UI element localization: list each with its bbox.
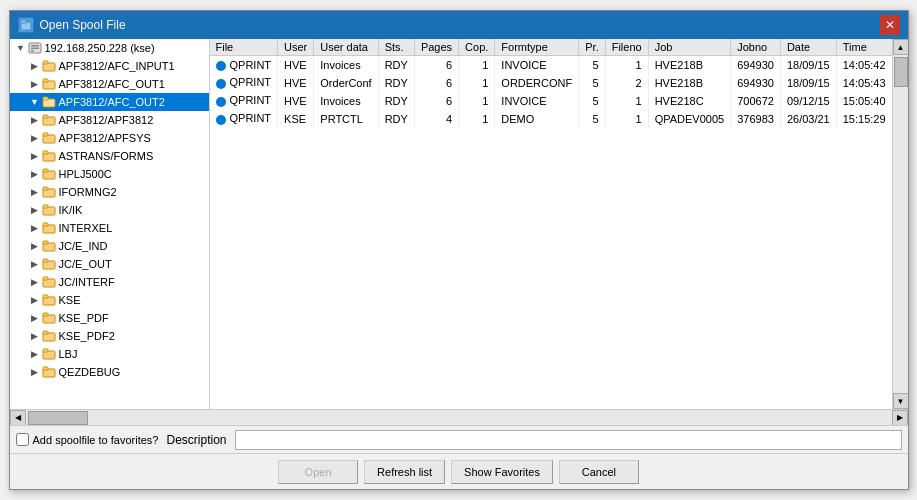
expand-icon: ▶	[28, 149, 42, 163]
tree-item-kse-pdf[interactable]: ▶ KSE_PDF	[10, 309, 209, 327]
favorites-checkbox[interactable]	[16, 433, 29, 446]
cell-file: QPRINT	[210, 110, 278, 128]
cell-job: HVE218B	[648, 74, 731, 92]
tree-item-hplj500c[interactable]: ▶ HPLJ500C	[10, 165, 209, 183]
cell-formtype: ORDERCONF	[495, 74, 579, 92]
expand-icon: ▶	[28, 131, 42, 145]
cell-time: 15:15:29	[836, 110, 891, 128]
title-bar-left: Open Spool File	[18, 17, 126, 33]
tree-item-label: QEZDEBUG	[59, 366, 121, 378]
table-row[interactable]: QPRINT HVE Invoices RDY 6 1 INVOICE 5 1 …	[210, 92, 892, 110]
tree-item-afc-input1[interactable]: ▶ APF3812/AFC_INPUT1	[10, 57, 209, 75]
expand-icon: ▶	[28, 239, 42, 253]
cell-fileno: 1	[605, 110, 648, 128]
col-job: Job	[648, 39, 731, 56]
show-favorites-button[interactable]: Show Favorites	[451, 460, 553, 484]
folder-icon	[42, 257, 56, 271]
cell-userdata: PRTCTL	[314, 110, 378, 128]
cell-job: HVE218C	[648, 92, 731, 110]
col-file: File	[210, 39, 278, 56]
col-user: User	[278, 39, 314, 56]
tree-item-iformng2[interactable]: ▶ IFORMNG2	[10, 183, 209, 201]
expand-icon: ▶	[28, 365, 42, 379]
svg-rect-3	[31, 45, 39, 47]
expand-icon: ▶	[28, 77, 42, 91]
expand-icon: ▶	[28, 203, 42, 217]
tree-item-label: APF3812/AFC_OUT2	[59, 96, 165, 108]
svg-rect-41	[43, 367, 48, 370]
table-container[interactable]: File User User data Sts. Pages Cop. Form…	[210, 39, 892, 409]
cell-formtype: DEMO	[495, 110, 579, 128]
tree-item-afc-out2[interactable]: ▼ APF3812/AFC_OUT2	[10, 93, 209, 111]
cell-date: 18/09/15	[780, 74, 836, 92]
tree-item-label: APF3812/APF3812	[59, 114, 154, 126]
tree-item-label: JC/INTERF	[59, 276, 115, 288]
expand-icon: ▶	[28, 257, 42, 271]
tree-item-label: JC/E_IND	[59, 240, 108, 252]
svg-rect-25	[43, 223, 48, 226]
cell-job: QPADEV0005	[648, 110, 731, 128]
tree-item-jce-ind[interactable]: ▶ JC/E_IND	[10, 237, 209, 255]
status-bar: Add spoolfile to favorites? Description	[10, 425, 908, 453]
tree-item-afc-out1[interactable]: ▶ APF3812/AFC_OUT1	[10, 75, 209, 93]
open-button[interactable]: Open	[278, 460, 358, 484]
description-input[interactable]	[235, 430, 902, 450]
cancel-button[interactable]: Cancel	[559, 460, 639, 484]
scroll-right-button[interactable]: ▶	[892, 410, 908, 426]
close-button[interactable]: ✕	[880, 15, 900, 35]
scroll-left-button[interactable]: ◀	[10, 410, 26, 426]
cell-pages: 6	[414, 56, 458, 74]
folder-icon	[42, 239, 56, 253]
svg-rect-23	[43, 205, 48, 208]
cell-formtype: INVOICE	[495, 56, 579, 74]
table-row[interactable]: QPRINT HVE OrderConf RDY 6 1 ORDERCONF 5…	[210, 74, 892, 92]
scroll-thumb[interactable]	[894, 57, 908, 87]
col-jobno: Jobno	[731, 39, 781, 56]
cell-time: 14:05:42	[836, 56, 891, 74]
cell-date: 26/03/21	[780, 110, 836, 128]
cell-date: 09/12/15	[780, 92, 836, 110]
cell-fileno: 1	[605, 56, 648, 74]
horizontal-scrollbar[interactable]: ◀ ▶	[10, 409, 908, 425]
tree-item-astrans[interactable]: ▶ ASTRANS/FORMS	[10, 147, 209, 165]
expand-icon: ▶	[28, 113, 42, 127]
tree-item-qezdebug[interactable]: ▶ QEZDEBUG	[10, 363, 209, 381]
scroll-track[interactable]	[893, 55, 908, 393]
tree-item-label: JC/E_OUT	[59, 258, 112, 270]
scroll-up-button[interactable]: ▲	[893, 39, 908, 55]
folder-open-icon	[42, 95, 56, 109]
svg-rect-37	[43, 331, 48, 334]
tree-item-kse[interactable]: ▶ KSE	[10, 291, 209, 309]
tree-item-apf3812[interactable]: ▶ APF3812/APF3812	[10, 111, 209, 129]
cell-userdata: Invoices	[314, 92, 378, 110]
cell-user: KSE	[278, 110, 314, 128]
tree-item-kse-pdf2[interactable]: ▶ KSE_PDF2	[10, 327, 209, 345]
refresh-button[interactable]: Refresh list	[364, 460, 445, 484]
vertical-scrollbar[interactable]: ▲ ▼	[892, 39, 908, 409]
scroll-thumb-h[interactable]	[28, 411, 88, 425]
tree-item-apfsys[interactable]: ▶ APF3812/APFSYS	[10, 129, 209, 147]
tree-item-ikik[interactable]: ▶ IK/IK	[10, 201, 209, 219]
tree-item-label: KSE	[59, 294, 81, 306]
tree-item-interxel[interactable]: ▶ INTERXEL	[10, 219, 209, 237]
table-row[interactable]: QPRINT HVE Invoices RDY 6 1 INVOICE 5 1 …	[210, 56, 892, 74]
tree-item-jcinterf[interactable]: ▶ JC/INTERF	[10, 273, 209, 291]
cell-pr: 5	[579, 110, 605, 128]
col-formtype: Formtype	[495, 39, 579, 56]
folder-icon	[42, 293, 56, 307]
button-bar: Open Refresh list Show Favorites Cancel	[10, 453, 908, 489]
svg-rect-35	[43, 313, 48, 316]
cell-user: HVE	[278, 56, 314, 74]
scroll-track-h[interactable]	[26, 410, 892, 426]
tree-item-jce-out[interactable]: ▶ JC/E_OUT	[10, 255, 209, 273]
scroll-down-button[interactable]: ▼	[893, 393, 908, 409]
tree-item-root[interactable]: ▼ 192.168.250.228 (kse)	[10, 39, 209, 57]
tree-item-lbj[interactable]: ▶ LBJ	[10, 345, 209, 363]
svg-rect-39	[43, 349, 48, 352]
expand-icon: ▶	[28, 221, 42, 235]
folder-icon	[42, 203, 56, 217]
svg-rect-11	[43, 97, 48, 100]
cell-jobno: 694930	[731, 74, 781, 92]
table-row[interactable]: QPRINT KSE PRTCTL RDY 4 1 DEMO 5 1 QPADE…	[210, 110, 892, 128]
tree-item-label: LBJ	[59, 348, 78, 360]
